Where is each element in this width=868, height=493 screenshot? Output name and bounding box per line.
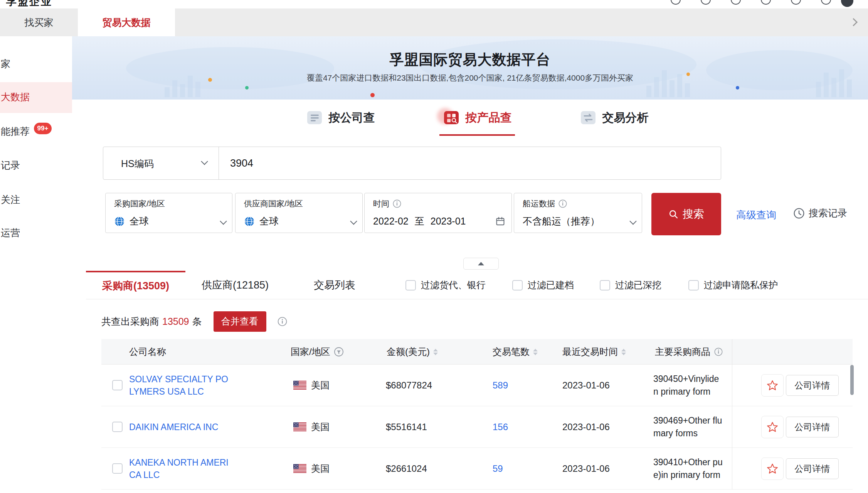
header-last-date[interactable]: 最近交易时间 xyxy=(562,339,626,365)
mode-search-by-product[interactable]: 按产品查 xyxy=(442,100,512,136)
favorite-star-button[interactable] xyxy=(761,374,784,397)
info-icon[interactable] xyxy=(392,199,402,208)
time-label: 时间 xyxy=(373,198,389,209)
share-icon[interactable] xyxy=(761,0,771,5)
hs-code-type-dropdown[interactable]: HS编码 xyxy=(103,147,219,179)
filter-privacy-protection-checkbox[interactable]: 过滤申请隐私保护 xyxy=(688,271,778,299)
banner-decoration xyxy=(245,86,249,89)
message-icon[interactable] xyxy=(731,0,741,5)
sort-icon xyxy=(433,349,438,355)
chevron-right-icon[interactable] xyxy=(849,18,858,26)
header-country: 国家/地区 xyxy=(291,339,344,365)
buyer-country-filter[interactable]: 采购国家/地区 全球 xyxy=(105,193,232,233)
star-icon xyxy=(766,421,779,433)
avatar[interactable] xyxy=(841,0,853,7)
vertical-scrollbar[interactable] xyxy=(850,365,854,395)
sort-icon xyxy=(621,349,626,355)
tab-suppliers[interactable]: 供应商(12185) xyxy=(185,271,285,299)
info-icon[interactable] xyxy=(277,316,288,327)
hs-code-input[interactable] xyxy=(219,147,720,179)
tx-count-link[interactable]: 589 xyxy=(493,380,508,391)
header-amount[interactable]: 金额(美元) xyxy=(387,339,438,365)
sidebar-item-big-data[interactable]: 大数据 xyxy=(1,89,72,105)
tab-find-buyers[interactable]: 找买家 xyxy=(0,8,78,36)
country-filter-icon[interactable] xyxy=(334,347,344,357)
company-link[interactable]: KANEKA NORTH AMERICA LLC xyxy=(129,456,229,481)
apps-icon[interactable] xyxy=(701,0,711,5)
clock-icon xyxy=(793,208,805,219)
mode-transaction-analysis[interactable]: 交易分析 xyxy=(579,100,649,136)
history-icon[interactable] xyxy=(671,0,681,5)
tx-count-link[interactable]: 156 xyxy=(493,422,508,432)
summary-unit: 条 xyxy=(192,315,202,328)
filter-deep-dug-checkbox[interactable]: 过滤已深挖 xyxy=(600,271,661,299)
advanced-query-link[interactable]: 高级查询 xyxy=(736,208,776,222)
time-range-filter[interactable]: 时间 2022-02 至 2023-01 xyxy=(364,193,512,233)
chevron-down-icon xyxy=(220,218,227,225)
company-search-icon xyxy=(306,109,323,127)
collapse-search-panel-button[interactable] xyxy=(463,258,499,270)
shipping-label: 船运数据 xyxy=(523,198,555,209)
amount-cell: $2661024 xyxy=(386,463,427,474)
row-checkbox[interactable] xyxy=(112,463,123,474)
help-icon[interactable] xyxy=(821,0,831,5)
calendar-icon xyxy=(495,216,505,226)
summary-prefix: 共查出采购商 xyxy=(101,315,159,328)
hs-search-box: HS编码 xyxy=(103,147,721,180)
sort-icon xyxy=(533,349,538,355)
mode-label: 按公司查 xyxy=(329,110,375,126)
favorite-star-button[interactable] xyxy=(761,416,784,438)
mode-search-by-company[interactable]: 按公司查 xyxy=(306,100,375,136)
table-row: SOLVAY SPECIALTY POLYMERS USA LLC 美国 $68… xyxy=(101,365,853,406)
search-button[interactable]: 搜索 xyxy=(651,193,721,235)
time-to-value: 2023-01 xyxy=(431,216,466,227)
main-products-cell: 390450+Vinylide n primary form xyxy=(653,373,732,398)
favorite-star-button[interactable] xyxy=(761,458,784,480)
checkbox-label: 过滤已深挖 xyxy=(615,279,661,291)
country-cell: 美国 xyxy=(293,421,330,433)
shipping-value: 不含船运（推荐） xyxy=(523,215,600,228)
logo[interactable]: 孚盟企业 xyxy=(6,0,52,8)
filter-forwarders-banks-checkbox[interactable]: 过滤货代、银行 xyxy=(405,271,486,299)
company-detail-button[interactable]: 公司详情 xyxy=(786,458,839,479)
buyer-country-label: 采购国家/地区 xyxy=(114,198,165,209)
tab-buyers[interactable]: 采购商(13509) xyxy=(86,271,185,299)
main-tab-bar: 找买家 贸易大数据 xyxy=(0,8,868,36)
star-icon xyxy=(766,463,779,475)
search-history-link[interactable]: 搜索记录 xyxy=(793,207,847,219)
shipping-data-filter[interactable]: 船运数据 不含船运（推荐） xyxy=(514,193,642,233)
supplier-country-filter[interactable]: 供应商国家/地区 全球 xyxy=(235,193,363,233)
tx-count-link[interactable]: 59 xyxy=(493,463,503,474)
banner-decoration xyxy=(736,86,739,89)
sidebar-item-buyers[interactable]: 家 xyxy=(1,56,72,71)
chevron-up-icon xyxy=(478,262,484,265)
results-tab-bar: 采购商(13509) 供应商(12185) 交易列表 过滤货代、银行 过滤已建档… xyxy=(86,271,868,299)
info-icon[interactable] xyxy=(558,199,567,208)
tab-transaction-list[interactable]: 交易列表 xyxy=(285,271,384,299)
checkbox-icon xyxy=(600,280,610,290)
checkbox-icon xyxy=(405,280,416,290)
tab-trade-big-data[interactable]: 贸易大数据 xyxy=(78,8,175,36)
sidebar-item-records[interactable]: 记录 xyxy=(1,157,72,173)
sidebar-item-operation[interactable]: 运营 xyxy=(1,225,72,240)
filter-archived-checkbox[interactable]: 过滤已建档 xyxy=(512,271,574,299)
company-link[interactable]: SOLVAY SPECIALTY POLYMERS USA LLC xyxy=(129,373,229,398)
search-history-label: 搜索记录 xyxy=(809,207,847,219)
sidebar-item-follow[interactable]: 关注 xyxy=(1,192,72,207)
company-detail-button[interactable]: 公司详情 xyxy=(786,417,839,437)
banner-title: 孚盟国际贸易大数据平台 xyxy=(72,50,868,69)
last-date-cell: 2023-01-06 xyxy=(562,380,610,391)
magnifier-icon xyxy=(668,209,679,219)
amount-cell: $68077824 xyxy=(386,380,432,391)
header-tx-count[interactable]: 交易笔数 xyxy=(493,339,538,365)
app-root: 孚盟企业 找买家 贸易大数据 家 大数据 能推荐 99+ 记录 关注 运营 xyxy=(0,0,868,493)
info-icon[interactable] xyxy=(714,347,723,356)
notification-icon[interactable] xyxy=(791,0,801,5)
company-link[interactable]: DAIKIN AMERICA INC xyxy=(129,421,229,433)
company-detail-button[interactable]: 公司详情 xyxy=(786,375,839,396)
row-checkbox[interactable] xyxy=(112,380,123,390)
row-checkbox[interactable] xyxy=(112,422,123,432)
amount-cell: $5516141 xyxy=(386,422,427,432)
globe-icon xyxy=(244,216,255,227)
merge-view-button[interactable]: 合并查看 xyxy=(214,311,266,332)
